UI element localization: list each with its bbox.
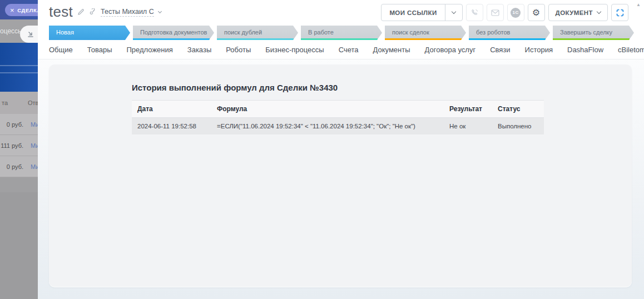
stage-label: Завершить сделку (560, 29, 612, 36)
settings-button[interactable]: ⚙ (528, 4, 545, 21)
background-header: × СДЕЛКА (0, 0, 38, 19)
tab-Общие[interactable]: Общие (49, 46, 73, 54)
document-label: ДОКУМЕНТ (556, 9, 593, 16)
background-deal-rows: 0 руб.Ми111 руб.Ми0 руб.Ми (0, 114, 38, 177)
stage-label: Новая (56, 29, 74, 36)
collapse-arrow-icon (27, 31, 34, 38)
background-selected-row (0, 177, 38, 192)
tab-Счета[interactable]: Счета (339, 46, 359, 54)
stage-Новая[interactable]: Новая (49, 26, 130, 40)
stage-color-underline (469, 38, 546, 40)
tab-История[interactable]: История (525, 46, 553, 54)
background-toolbar-label: оцессы (0, 27, 23, 35)
cell-status: Выполнено (492, 118, 544, 135)
column-header-date: Дата (132, 101, 211, 118)
cell-date: 2024-06-11 19:52:58 (132, 118, 211, 135)
chevron-down-icon (158, 9, 162, 13)
background-funnel-bars (0, 43, 38, 92)
tab-Товары[interactable]: Товары (87, 46, 112, 54)
background-amount: 111 руб. (1, 142, 23, 149)
stage-color-underline (553, 38, 630, 40)
tab-Договора услуг[interactable]: Договора услуг (425, 46, 476, 54)
tab-Роботы[interactable]: Роботы (226, 46, 251, 54)
edit-pencil-icon[interactable] (77, 8, 85, 16)
stage-label: Подготовка документов (140, 29, 207, 36)
stage-label: поиск сделок (392, 29, 429, 36)
my-links-button[interactable]: МОИ ССЫЛКИ (381, 4, 462, 21)
background-page-sliver: × СДЕЛКА оцессы та Отв 0 руб.Ми1 (0, 0, 38, 299)
link-icon[interactable] (89, 8, 96, 16)
stage-Подготовка документов[interactable]: Подготовка документов (133, 26, 214, 40)
background-list-header: та Отв (0, 92, 38, 114)
stage-label: без роботов (476, 29, 510, 36)
deal-detail-panel: test Тесты Михаил С МОИ ССЫЛКИ (38, 0, 644, 299)
stage-color-underline (133, 38, 210, 40)
background-toolbar: оцессы (0, 19, 38, 43)
deal-title[interactable]: test (49, 3, 73, 21)
funnel-selector[interactable]: Тесты Михаил С (101, 8, 154, 17)
column-header-status: Статус (492, 101, 544, 118)
cell-result: Не ок (444, 118, 492, 135)
stage-поиск сделок[interactable]: поиск сделок (385, 26, 466, 40)
chevron-down-icon (451, 9, 455, 14)
stage-без роботов[interactable]: без роботов (469, 26, 550, 40)
funnel-bar (0, 66, 38, 72)
stage-pipeline: НоваяПодготовка документовпоиск дублейВ … (49, 26, 634, 40)
background-overlay (0, 192, 38, 299)
call-button[interactable] (466, 4, 483, 21)
my-links-dropdown[interactable] (445, 12, 462, 13)
close-icon: × (10, 7, 14, 14)
gear-icon: ⚙ (532, 8, 541, 17)
stage-color-underline (217, 38, 294, 40)
tab-Бизнес-процессы[interactable]: Бизнес-процессы (265, 46, 324, 54)
1c-app-button[interactable]: 1С (507, 4, 524, 21)
background-amount: 0 руб. (7, 121, 23, 128)
tab-Предложения[interactable]: Предложения (126, 46, 172, 54)
cell-formula: =ЕСЛИ("11.06.2024 19:52:34" < "11.06.202… (211, 118, 444, 135)
scroll-up-arrow[interactable]: ▲ (636, 2, 641, 7)
deal-slider-screen: × СДЕЛКА оцессы та Отв 0 руб.Ми1 (0, 0, 644, 299)
1c-icon: 1С (511, 8, 521, 18)
column-header-formula: Формула (211, 101, 444, 118)
tab-Заказы[interactable]: Заказы (187, 46, 211, 54)
chevron-down-icon (597, 9, 601, 14)
document-button[interactable]: ДОКУМЕНТ (548, 4, 608, 21)
fullscreen-button[interactable] (611, 4, 628, 21)
content-area: История выполнений формул для Сделки №34… (38, 59, 644, 299)
table-header-row: Дата Формула Результат Статус (132, 101, 544, 118)
background-deal-row: 0 руб.Ми (0, 156, 38, 177)
stage-label: поиск дублей (224, 29, 262, 36)
background-amount: 0 руб. (7, 163, 23, 170)
background-column-header: Отв (28, 99, 38, 106)
email-button[interactable] (487, 4, 504, 21)
stage-color-underline (385, 38, 462, 40)
background-column-header: та (2, 99, 8, 106)
tab-cBiletom[interactable]: cBiletom (618, 46, 644, 54)
stage-color-underline (301, 38, 378, 40)
panel-header: test Тесты Михаил С МОИ ССЫЛКИ (38, 0, 644, 25)
table-row: 2024-06-11 19:52:58 =ЕСЛИ("11.06.2024 19… (132, 118, 544, 135)
tab-bar: ОбщиеТоварыПредложенияЗаказыРоботыБизнес… (38, 40, 644, 59)
tab-Документы[interactable]: Документы (373, 46, 410, 54)
phone-icon (470, 8, 479, 17)
expand-icon (616, 8, 625, 17)
stage-поиск дублей[interactable]: поиск дублей (217, 26, 298, 40)
funnel-bar (0, 73, 38, 92)
title-group: test Тесты Михаил С (49, 3, 161, 21)
mail-icon (491, 9, 499, 16)
stage-В работе[interactable]: В работе (301, 26, 382, 40)
background-deal-row: 111 руб.Ми (0, 135, 38, 156)
column-header-result: Результат (444, 101, 492, 118)
history-card: История выполнений формул для Сделки №34… (49, 64, 632, 287)
formula-history-table: Дата Формула Результат Статус 2024-06-11… (132, 100, 544, 134)
tab-Связи[interactable]: Связи (490, 46, 510, 54)
header-actions: МОИ ССЫЛКИ 1С (381, 4, 628, 21)
my-links-label: МОИ ССЫЛКИ (382, 9, 444, 16)
background-deal-row: 0 руб.Ми (0, 114, 38, 135)
stage-label: В работе (308, 29, 334, 36)
stage-Завершить сделку[interactable]: Завершить сделку (553, 26, 634, 40)
funnel-bar (0, 43, 38, 65)
tab-DashaFlow[interactable]: DashaFlow (567, 46, 603, 54)
history-title: История выполнений формул для Сделки №34… (49, 64, 632, 92)
